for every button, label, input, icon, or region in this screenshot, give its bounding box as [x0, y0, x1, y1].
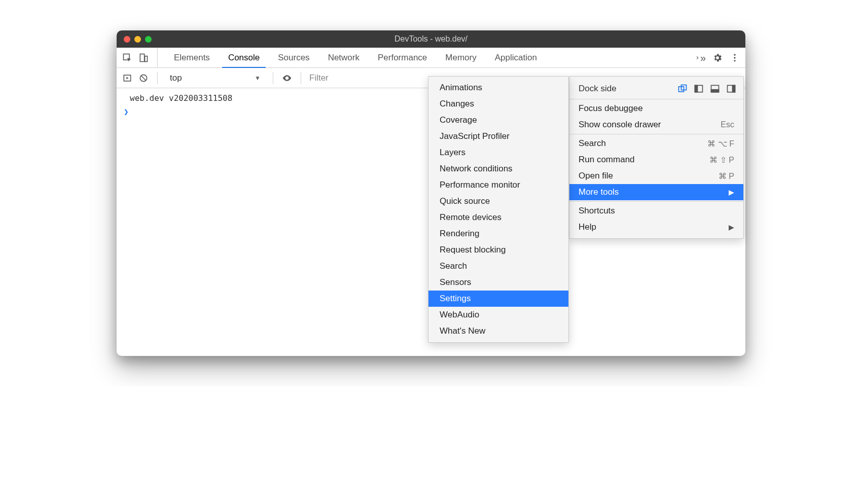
submenu-item-label: Remote devices	[440, 212, 501, 222]
menu-item-shortcuts[interactable]: Shortcuts	[569, 203, 743, 219]
dock-side-label: Dock side	[579, 84, 617, 94]
inspect-element-icon[interactable]	[122, 52, 133, 63]
tab-label: Console	[228, 53, 260, 63]
tab-memory[interactable]: Memory	[437, 48, 484, 67]
submenu-item-label: Performance monitor	[440, 180, 520, 190]
tab-application[interactable]: Application	[487, 48, 545, 67]
more-tools-submenu: AnimationsChangesCoverageJavaScript Prof…	[428, 76, 569, 343]
tab-sources[interactable]: Sources	[270, 48, 317, 67]
minimize-window-button[interactable]	[134, 36, 141, 43]
submenu-item-label: Network conditions	[440, 164, 513, 173]
submenu-item-label: Sensors	[440, 277, 471, 287]
submenu-item-webaudio[interactable]: WebAudio	[428, 307, 568, 323]
zoom-window-button[interactable]	[145, 36, 152, 43]
submenu-item-network-conditions[interactable]: Network conditions	[428, 161, 568, 177]
context-label: top	[170, 73, 182, 83]
dock-left-icon[interactable]	[693, 83, 705, 95]
separator	[273, 72, 273, 84]
main-tabbar: ElementsConsoleSourcesNetworkPerformance…	[117, 48, 745, 68]
menu-item-label: Open file	[579, 171, 613, 181]
menu-item-shortcut: ⌘ P	[719, 171, 734, 181]
menu-item-run-command[interactable]: Run command⌘ ⇧ P	[569, 152, 743, 168]
menu-item-help[interactable]: Help▶	[569, 219, 743, 235]
execution-context-selector[interactable]: top ▼	[166, 73, 265, 83]
menu-item-show-console-drawer[interactable]: Show console drawerEsc	[569, 117, 743, 133]
tab-label: Memory	[445, 53, 476, 63]
submenu-item-rendering[interactable]: Rendering	[428, 226, 568, 242]
menu-item-label: Run command	[579, 155, 635, 165]
menu-separator	[569, 99, 743, 99]
menu-item-shortcut: Esc	[721, 120, 734, 129]
svg-point-9	[286, 77, 288, 79]
svg-point-3	[734, 54, 735, 55]
submenu-item-label: Animations	[440, 83, 482, 92]
main-options-menu: Dock side	[569, 76, 744, 239]
submenu-item-quick-source[interactable]: Quick source	[428, 193, 568, 209]
submenu-item-changes[interactable]: Changes	[428, 96, 568, 112]
tab-elements[interactable]: Elements	[166, 48, 218, 67]
submenu-item-label: Rendering	[440, 229, 479, 238]
submenu-item-performance-monitor[interactable]: Performance monitor	[428, 177, 568, 193]
menu-item-label: More tools	[579, 187, 619, 197]
show-sidebar-icon[interactable]	[122, 73, 133, 84]
dock-right-icon[interactable]	[725, 83, 737, 95]
svg-rect-13	[695, 85, 698, 92]
svg-rect-1	[140, 54, 144, 61]
menu-item-search[interactable]: Search⌘ ⌥ F	[569, 135, 743, 152]
toggle-device-toolbar-icon[interactable]	[138, 52, 149, 63]
svg-point-5	[734, 60, 735, 61]
submenu-item-label: Search	[440, 261, 467, 271]
submenu-item-coverage[interactable]: Coverage	[428, 112, 568, 128]
submenu-item-what-s-new[interactable]: What's New	[428, 323, 568, 339]
submenu-item-settings[interactable]: Settings	[428, 291, 568, 307]
dock-side-row: Dock side	[569, 80, 743, 98]
submenu-arrow-icon: ▶	[729, 223, 734, 231]
submenu-item-remote-devices[interactable]: Remote devices	[428, 209, 568, 226]
traffic-lights	[124, 36, 152, 43]
more-options-icon[interactable]	[729, 52, 740, 63]
submenu-item-javascript-profiler[interactable]: JavaScript Profiler	[428, 128, 568, 145]
submenu-item-label: Request blocking	[440, 245, 506, 255]
tab-console[interactable]: Console	[220, 48, 268, 67]
menu-item-label: Show console drawer	[579, 120, 661, 130]
menu-item-shortcut: ⌘ ⌥ F	[707, 139, 734, 149]
svg-point-4	[734, 57, 735, 58]
menu-separator	[569, 134, 743, 134]
svg-rect-15	[711, 90, 719, 92]
submenu-item-label: What's New	[440, 326, 485, 336]
separator	[301, 72, 301, 84]
close-window-button[interactable]	[124, 36, 130, 43]
prompt-caret-icon: ❯	[124, 107, 129, 117]
submenu-item-label: Settings	[440, 294, 471, 303]
settings-gear-icon[interactable]	[712, 52, 723, 63]
submenu-item-label: JavaScript Profiler	[440, 131, 510, 141]
menu-item-label: Help	[579, 222, 596, 232]
window-title: DevTools - web.dev/	[117, 34, 745, 44]
submenu-item-sensors[interactable]: Sensors	[428, 274, 568, 291]
menu-item-label: Search	[579, 138, 606, 149]
submenu-item-label: WebAudio	[440, 310, 479, 319]
more-tabs-icon[interactable]: »	[695, 52, 706, 63]
menu-item-label: Shortcuts	[579, 206, 615, 216]
tab-performance[interactable]: Performance	[370, 48, 435, 67]
tab-network[interactable]: Network	[320, 48, 368, 67]
menu-item-open-file[interactable]: Open file⌘ P	[569, 168, 743, 184]
submenu-item-request-blocking[interactable]: Request blocking	[428, 242, 568, 258]
clear-console-icon[interactable]	[138, 73, 149, 84]
tab-label: Performance	[378, 53, 427, 63]
titlebar: DevTools - web.dev/	[117, 30, 745, 48]
separator	[157, 72, 158, 84]
dock-bottom-icon[interactable]	[709, 83, 721, 95]
live-expression-eye-icon[interactable]	[281, 73, 293, 84]
tab-label: Application	[495, 53, 537, 63]
chevron-down-icon: ▼	[255, 75, 261, 82]
svg-rect-17	[733, 85, 735, 92]
dock-undock-icon[interactable]	[676, 83, 689, 95]
submenu-item-animations[interactable]: Animations	[428, 80, 568, 96]
submenu-item-search[interactable]: Search	[428, 258, 568, 274]
submenu-item-layers[interactable]: Layers	[428, 145, 568, 161]
menu-item-label: Focus debuggee	[579, 103, 643, 114]
menu-item-more-tools[interactable]: More tools▶	[569, 184, 743, 200]
menu-item-focus-debuggee[interactable]: Focus debuggee	[569, 100, 743, 117]
svg-line-8	[141, 76, 146, 81]
